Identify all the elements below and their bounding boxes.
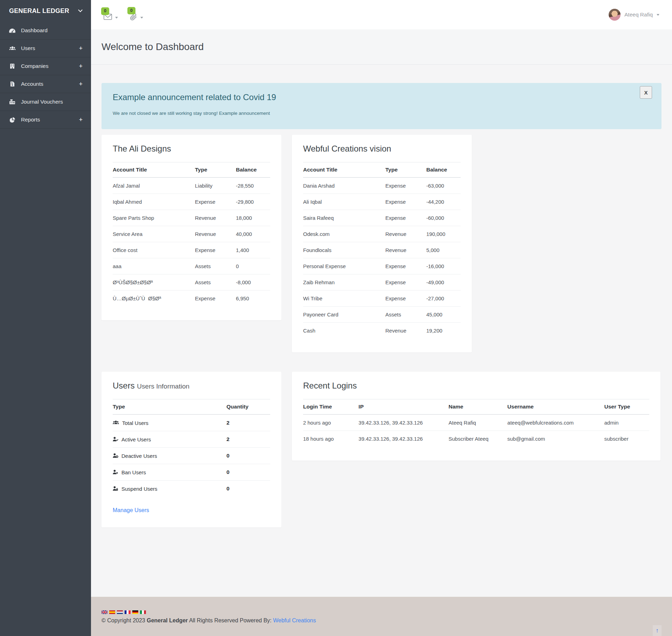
cell-balance: -27,000	[423, 291, 461, 307]
table-row: Saira RafeeqExpense-60,000	[303, 210, 461, 226]
cell-balance: -60,000	[423, 210, 461, 226]
col-user-type: User Type	[601, 399, 650, 415]
cell-type: Revenue	[382, 242, 423, 258]
cell-balance: 45,000	[423, 307, 461, 323]
flag-spain-icon[interactable]	[109, 610, 115, 614]
sidebar-item-journal-vouchers[interactable]: Journal Vouchers	[0, 93, 91, 111]
table-row: Iqbal AhmedExpense-29,800	[113, 194, 270, 210]
flag-germany-icon[interactable]	[132, 610, 138, 614]
copyright-text: © Copyright 2023 General Ledger All Righ…	[102, 617, 662, 624]
table-header-row: Login Time IP Name Username User Type	[303, 399, 649, 415]
cell-user-type: admin	[601, 414, 650, 431]
cell-ip: 39.42.33.126, 39.42.33.126	[355, 431, 445, 447]
sidebar-item-accounts[interactable]: $ Accounts +	[0, 75, 91, 93]
sidebar-item-reports[interactable]: Reports +	[0, 111, 91, 129]
users-icon	[8, 46, 16, 51]
col-type: Type	[382, 162, 423, 178]
cell-account: Office cost	[113, 242, 191, 258]
flag-netherlands-icon[interactable]	[117, 610, 123, 614]
suspend-users-icon	[113, 486, 118, 492]
dashboard-icon	[8, 28, 16, 33]
cell-balance: -28,550	[232, 177, 270, 194]
sidebar-nav: Dashboard Users + Companies + $	[0, 22, 91, 129]
cell-balance: 1,400	[232, 242, 270, 258]
manage-users-link[interactable]: Manage Users	[113, 507, 149, 513]
announcement-close-button[interactable]: X	[640, 86, 652, 99]
flag-italy-icon[interactable]	[140, 610, 146, 614]
cell-type: Revenue	[382, 226, 423, 242]
attachments-badge: 0	[127, 7, 135, 15]
language-flags	[102, 610, 662, 614]
copyright-prefix: © Copyright 2023	[102, 617, 145, 623]
copyright-brand: General Ledger	[147, 617, 188, 623]
cell-type: Liability	[191, 177, 232, 194]
card-title: Users Users Information	[113, 381, 270, 391]
user-type-quantity: 2	[223, 431, 270, 448]
table-row: Personal ExpenseExpense-16,000	[303, 258, 461, 274]
messages-menu[interactable]: 0	[104, 14, 118, 21]
app-root: GENERAL LEDGER Dashboard Users +	[0, 0, 672, 636]
cell-balance: 19,200	[423, 323, 461, 339]
table-row: Suspend Users 0	[113, 481, 270, 497]
table-row: Ban Users 0	[113, 464, 270, 481]
flag-uk-icon[interactable]	[102, 610, 107, 614]
table-header-row: Type Quantity	[113, 399, 270, 415]
chart-pie-icon	[8, 117, 16, 123]
cell-username: sub@gmail.com	[504, 431, 601, 447]
card-title: Webful Creations vision	[303, 144, 461, 154]
user-avatar	[609, 9, 621, 21]
cell-user-type: subscriber	[601, 431, 650, 447]
brand-toggle[interactable]: GENERAL LEDGER	[0, 0, 91, 22]
table-row: 18 hours ago 39.42.33.126, 39.42.33.126 …	[303, 431, 649, 447]
paperclip-icon	[130, 13, 137, 22]
table-row: CashRevenue19,200	[303, 323, 461, 339]
cell-username: ateeq@webfulcreations.com	[504, 414, 601, 431]
attachments-menu[interactable]: 0	[130, 13, 143, 22]
ban-users-icon	[113, 469, 118, 475]
cell-balance: 5,000	[423, 242, 461, 258]
table-row: Ø³ÙŠØ§Ø±Ø§ØªAssets-8,000	[113, 274, 270, 291]
cell-account: Zaib Rehman	[303, 274, 382, 291]
col-type: Type	[113, 399, 223, 415]
sidebar-item-companies[interactable]: Companies +	[0, 57, 91, 75]
active-users-icon	[113, 436, 118, 442]
col-balance: Balance	[423, 162, 461, 178]
brand-label: GENERAL LEDGER	[9, 7, 69, 15]
cell-type: Revenue	[191, 226, 232, 242]
user-name: Ateeq Rafiq	[624, 12, 653, 18]
page-header: Welcome to Dashboard	[91, 29, 672, 65]
table-row: Deactive Users 0	[113, 448, 270, 464]
table-row: Zaib RehmanExpense-49,000	[303, 274, 461, 291]
invoice-dollar-icon: $	[8, 82, 16, 86]
expand-plus-icon: +	[79, 81, 83, 88]
scroll-top-button[interactable]: ↑	[653, 625, 662, 636]
total-users-icon	[113, 420, 119, 426]
cell-account: Payoneer Card	[303, 307, 382, 323]
cell-balance: -16,000	[423, 258, 461, 274]
cell-balance: -49,000	[423, 274, 461, 291]
company-cards-row: The Ali Designs Account Title Type Balan…	[102, 135, 662, 352]
cell-type: Expense	[382, 291, 423, 307]
user-type-label: Active Users	[121, 436, 151, 442]
sidebar-item-label: Accounts	[21, 81, 43, 87]
messages-caret-icon	[115, 17, 118, 19]
sidebar-item-dashboard[interactable]: Dashboard	[0, 22, 91, 40]
cell-ip: 39.42.33.126, 39.42.33.126	[355, 414, 445, 431]
col-name: Name	[445, 399, 504, 415]
info-cards-row: Users Users Information Type Quantity To…	[102, 372, 662, 527]
table-row: Afzal JamalLiability-28,550	[113, 177, 270, 194]
accounts-table: Account Title Type Balance Dania ArshadE…	[303, 162, 461, 338]
user-type-quantity: 0	[223, 464, 270, 481]
cell-balance: 6,950	[232, 291, 270, 307]
table-row: Odesk.comRevenue190,000	[303, 226, 461, 242]
cell-account: Iqbal Ahmed	[113, 194, 191, 210]
cell-type: Revenue	[191, 210, 232, 226]
webful-creations-link[interactable]: Webful Creations	[273, 617, 316, 623]
user-menu[interactable]: Ateeq Rafiq	[609, 9, 659, 21]
cell-type: Assets	[382, 307, 423, 323]
user-type-label: Suspend Users	[121, 486, 158, 492]
sidebar-item-users[interactable]: Users +	[0, 40, 91, 57]
flag-france-icon[interactable]	[125, 610, 131, 614]
recent-logins-card: Recent Logins Login Time IP Name Usernam…	[292, 372, 660, 461]
table-row: Office costExpense1,400	[113, 242, 270, 258]
